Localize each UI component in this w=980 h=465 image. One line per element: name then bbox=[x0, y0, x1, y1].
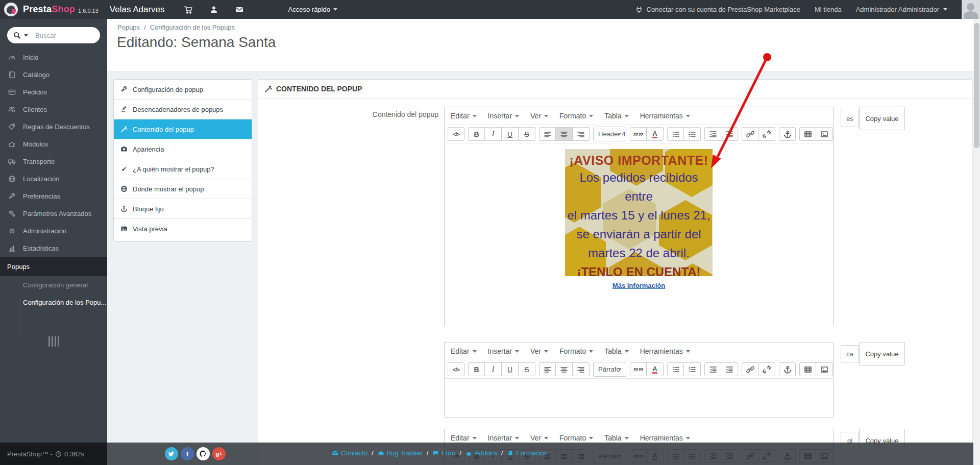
align-right-button[interactable] bbox=[573, 362, 590, 376]
copy-value-button[interactable]: Copy value bbox=[859, 342, 905, 365]
unlink-button[interactable] bbox=[758, 127, 775, 141]
menu-tabla[interactable]: Tabla bbox=[604, 347, 628, 355]
bold-button[interactable]: B bbox=[468, 362, 485, 376]
menu-herramientas[interactable]: Herramientas bbox=[640, 112, 690, 120]
sidebar-item-clientes[interactable]: Clientes bbox=[0, 101, 107, 118]
image-button[interactable] bbox=[816, 362, 833, 376]
menu-editar[interactable]: Editar bbox=[451, 347, 477, 355]
menu-herramientas[interactable]: Herramientas bbox=[640, 347, 690, 355]
numbered-list-button[interactable] bbox=[684, 127, 701, 141]
scrollbar[interactable] bbox=[973, 19, 980, 465]
format-select[interactable]: Header 4 bbox=[593, 127, 626, 141]
sidebar-item-modulos[interactable]: Módulos bbox=[0, 135, 107, 153]
source-code-button[interactable]: </> bbox=[448, 362, 464, 376]
tab-vista-previa[interactable]: Vista previa bbox=[114, 219, 252, 238]
table-button[interactable] bbox=[799, 127, 816, 141]
blockquote-button[interactable]: ”” bbox=[630, 127, 647, 141]
messages-icon[interactable] bbox=[234, 5, 244, 15]
italic-button[interactable]: I bbox=[485, 362, 502, 376]
anchor-button[interactable] bbox=[779, 127, 796, 141]
contacto-link[interactable]: Contacto bbox=[332, 449, 368, 457]
tab-contenido-del-popup[interactable]: Contenido del popup bbox=[114, 119, 252, 139]
language-badge-ca[interactable]: ca bbox=[841, 345, 859, 362]
underline-button[interactable]: U bbox=[502, 127, 519, 141]
addons-link[interactable]: Addons bbox=[465, 449, 497, 457]
avatar[interactable] bbox=[962, 0, 980, 19]
prestashop-logo-icon[interactable] bbox=[4, 3, 18, 16]
twitter-icon[interactable] bbox=[165, 447, 178, 460]
tab-configuracion-de-popup[interactable]: Configuración de popup bbox=[114, 80, 252, 100]
italic-button[interactable]: I bbox=[485, 127, 502, 141]
sidebar-subitem-configuracion-general[interactable]: Configuración general bbox=[0, 276, 107, 293]
link-button[interactable] bbox=[742, 127, 758, 141]
sidebar-subitem-configuracion-popups[interactable]: Configuración de los Popu... bbox=[0, 293, 107, 311]
menu-insertar[interactable]: Insertar bbox=[488, 112, 519, 120]
underline-button[interactable]: U bbox=[502, 362, 519, 376]
menu-herramientas[interactable]: Herramientas bbox=[640, 434, 690, 442]
menu-editar[interactable]: Editar bbox=[451, 434, 477, 442]
editor-content-ca[interactable] bbox=[445, 379, 833, 417]
menu-ver[interactable]: Ver bbox=[530, 112, 548, 120]
foro-link[interactable]: Foro bbox=[432, 449, 455, 457]
indent-button[interactable] bbox=[721, 362, 738, 376]
anchor-button[interactable] bbox=[779, 362, 796, 376]
sidebar-item-transporte[interactable]: Transporte bbox=[0, 153, 107, 170]
bug-tracker-link[interactable]: Bug Tracker bbox=[378, 449, 423, 457]
menu-formato[interactable]: Formato bbox=[559, 434, 593, 442]
search-scope-caret-icon[interactable] bbox=[24, 34, 28, 37]
sidebar-item-parametros-avanzados[interactable]: Parámetros Avanzados bbox=[0, 205, 107, 222]
align-right-button[interactable] bbox=[573, 127, 590, 141]
sidebar-item-reglas-de-descuentos[interactable]: Reglas de Descuentos bbox=[0, 118, 107, 135]
sidebar-item-estadisticas[interactable]: Estadísticas bbox=[0, 239, 107, 257]
menu-tabla[interactable]: Tabla bbox=[604, 434, 628, 442]
menu-ver[interactable]: Ver bbox=[530, 347, 548, 355]
shop-name[interactable]: Velas Adarves bbox=[110, 5, 165, 15]
link-button[interactable] bbox=[742, 362, 758, 376]
align-left-button[interactable] bbox=[539, 127, 556, 141]
bold-button[interactable]: B bbox=[468, 127, 485, 141]
sidebar-search[interactable] bbox=[7, 27, 100, 43]
tab-apariencia[interactable]: Apariencia bbox=[114, 139, 252, 159]
search-input[interactable] bbox=[34, 31, 87, 40]
text-color-button[interactable]: A bbox=[647, 127, 664, 141]
sidebar-collapse-handle[interactable] bbox=[0, 336, 107, 347]
menu-insertar[interactable]: Insertar bbox=[488, 347, 519, 355]
scrollbar-thumb[interactable] bbox=[974, 23, 979, 148]
menu-ver[interactable]: Ver bbox=[530, 434, 548, 442]
sidebar-item-administracion[interactable]: Administración bbox=[0, 222, 107, 239]
formacion-link[interactable]: Formación bbox=[507, 449, 547, 457]
indent-button[interactable] bbox=[721, 127, 738, 141]
strikethrough-button[interactable]: S bbox=[519, 127, 535, 141]
breadcrumb-popups[interactable]: Popups bbox=[117, 23, 140, 31]
cart-icon[interactable] bbox=[183, 5, 193, 15]
editor-content-es[interactable]: ¡AVISO IMPORTANTE! Los pedidos recibidos… bbox=[445, 149, 833, 332]
tab-desencadenadores[interactable]: Desencadenadores de popups bbox=[114, 100, 252, 119]
menu-formato[interactable]: Formato bbox=[559, 347, 593, 355]
mas-informacion-link[interactable]: Más información bbox=[445, 282, 833, 289]
menu-insertar[interactable]: Insertar bbox=[488, 434, 519, 442]
github-icon[interactable] bbox=[197, 447, 210, 460]
align-center-button[interactable] bbox=[556, 362, 573, 376]
blockquote-button[interactable]: ”” bbox=[630, 362, 647, 376]
language-badge-es[interactable]: es bbox=[841, 110, 859, 127]
marketplace-link[interactable]: Conectar con su cuenta de PrestaShop Mar… bbox=[635, 6, 800, 14]
format-select[interactable]: Párrafo bbox=[593, 362, 626, 377]
tab-donde-mostrar[interactable]: Dónde mostrar el popup bbox=[114, 179, 252, 199]
image-button[interactable] bbox=[816, 127, 833, 141]
tab-bloque-fijo[interactable]: Bloque fijo bbox=[114, 199, 252, 219]
quick-access-menu[interactable]: Acceso rápido bbox=[288, 6, 337, 13]
sidebar-item-preferencias[interactable]: Preferencias bbox=[0, 187, 107, 205]
copy-value-button[interactable]: Copy value bbox=[859, 107, 905, 130]
google-plus-icon[interactable]: g+ bbox=[212, 447, 226, 460]
source-code-button[interactable]: </> bbox=[448, 127, 464, 141]
sidebar-item-popups[interactable]: Popups bbox=[0, 257, 107, 276]
sidebar-item-catalogo[interactable]: Catálogo bbox=[0, 66, 107, 83]
table-button[interactable] bbox=[799, 362, 816, 376]
text-color-button[interactable]: A bbox=[647, 362, 664, 376]
facebook-icon[interactable]: f bbox=[181, 447, 194, 460]
brand-wordmark[interactable]: PrestaShop bbox=[23, 4, 75, 15]
outdent-button[interactable] bbox=[704, 127, 721, 141]
bullet-list-button[interactable] bbox=[667, 127, 684, 141]
bullet-list-button[interactable] bbox=[667, 362, 684, 376]
customer-icon[interactable] bbox=[209, 5, 219, 15]
